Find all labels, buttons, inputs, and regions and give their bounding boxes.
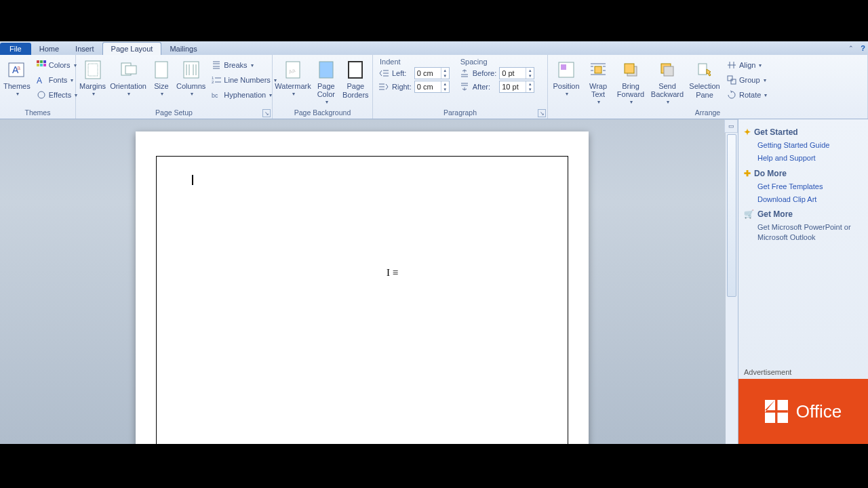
office-ad[interactable]: Office <box>738 379 868 444</box>
spacing-heading: Spacing <box>459 58 534 67</box>
get-templates-link[interactable]: Get Free Templates <box>744 180 863 193</box>
fonts-icon: A <box>36 75 47 85</box>
colors-icon <box>36 60 47 70</box>
svg-rect-39 <box>731 79 736 84</box>
columns-icon <box>180 59 202 81</box>
margins-icon <box>82 59 104 81</box>
tab-insert[interactable]: Insert <box>67 43 102 55</box>
breaks-icon <box>211 60 222 70</box>
svg-rect-34 <box>625 64 634 73</box>
paragraph-group-label: Paragraph <box>376 107 545 119</box>
ruler-toggle[interactable]: ▭ <box>724 119 738 133</box>
indent-right-icon <box>378 81 389 92</box>
svg-text:A: A <box>37 76 42 85</box>
columns-button[interactable]: Columns▾ <box>176 58 206 106</box>
wrap-text-button[interactable]: Wrap Text▾ <box>585 58 612 106</box>
selection-pane-button[interactable]: Selection Pane <box>688 58 722 106</box>
fonts-button[interactable]: AFonts▾ <box>34 73 79 87</box>
svg-rect-3 <box>37 60 39 63</box>
watermark-button[interactable]: AaWatermark▾ <box>275 58 311 106</box>
mouse-ibeam-cursor: I ≡ <box>387 267 398 279</box>
page-setup-launcher[interactable]: ↘ <box>262 109 271 117</box>
hyphenation-icon: bc <box>211 89 222 100</box>
position-button[interactable]: Position▾ <box>551 58 582 106</box>
page-setup-group-label: Page Setup <box>79 107 269 119</box>
position-icon <box>555 59 577 81</box>
ribbon: Aa Themes▾ Colors▾ AFonts▾ Effects▾ Them… <box>0 55 868 119</box>
themes-button[interactable]: Aa Themes▾ <box>3 58 31 106</box>
get-started-heading: ✦Get Started <box>744 127 863 137</box>
office-logo-icon <box>765 400 788 423</box>
tab-page-layout[interactable]: Page Layout <box>102 42 162 55</box>
page-color-icon <box>315 59 337 81</box>
spacing-after-input[interactable]: 10 pt▲▼ <box>499 81 534 93</box>
rotate-icon <box>726 89 737 100</box>
line-numbers-icon: 12 <box>211 75 222 85</box>
margins-button[interactable]: Margins▾ <box>79 58 106 106</box>
page-borders-icon <box>344 59 366 81</box>
wrap-text-icon <box>587 59 609 81</box>
orientation-button[interactable]: Orientation▾ <box>109 58 147 106</box>
scroll-thumb[interactable] <box>727 134 736 297</box>
page-color-button[interactable]: Page Color▾ <box>313 58 339 106</box>
orientation-icon <box>117 59 139 81</box>
workspace: I ≡ ▭ ✦Get Started Getting Started Guide… <box>0 119 868 444</box>
do-more-heading: ✚Do More <box>744 169 863 178</box>
document-area[interactable]: I ≡ ▭ <box>0 119 738 444</box>
group-button[interactable]: Group▾ <box>724 73 769 87</box>
indent-left-input[interactable]: 0 cm▲▼ <box>414 67 450 79</box>
indent-heading: Indent <box>378 58 450 67</box>
svg-rect-31 <box>561 64 566 70</box>
page-background-group-label: Page Background <box>275 107 370 119</box>
paragraph-launcher[interactable]: ↘ <box>538 109 546 117</box>
text-cursor <box>192 175 193 185</box>
colors-button[interactable]: Colors▾ <box>34 58 79 73</box>
page[interactable] <box>136 131 589 444</box>
watermark-icon: Aa <box>282 59 304 81</box>
svg-rect-8 <box>43 64 46 66</box>
ribbon-tabs: File Home Insert Page Layout Mailings ⌃ … <box>0 41 868 55</box>
indent-left-label: Left: <box>392 69 412 77</box>
bring-forward-icon <box>620 59 642 81</box>
effects-button[interactable]: Effects▾ <box>34 87 79 102</box>
minimize-ribbon-icon[interactable]: ⌃ <box>848 45 854 52</box>
help-icon[interactable]: ? <box>861 44 865 52</box>
svg-rect-5 <box>43 60 46 63</box>
download-clipart-link[interactable]: Download Clip Art <box>744 193 863 206</box>
page-borders-button[interactable]: Page Borders <box>342 58 370 106</box>
svg-rect-36 <box>664 66 673 76</box>
svg-rect-6 <box>37 64 39 66</box>
align-button[interactable]: Align▾ <box>724 58 769 73</box>
office-ad-text: Office <box>796 401 842 422</box>
send-backward-button[interactable]: Send Backward▾ <box>650 58 685 106</box>
svg-rect-14 <box>125 66 136 74</box>
svg-rect-7 <box>40 64 43 66</box>
indent-right-label: Right: <box>392 83 412 91</box>
get-more-heading: 🛒Get More <box>744 209 863 219</box>
page-border <box>156 156 568 444</box>
svg-rect-32 <box>595 66 601 73</box>
spacing-before-icon <box>459 68 470 79</box>
getting-started-pane: ✦Get Started Getting Started Guide Help … <box>738 119 868 444</box>
line-numbers-button[interactable]: 12Line Numbers▾ <box>209 73 278 87</box>
spacing-after-label: After: <box>473 83 496 91</box>
bring-forward-button[interactable]: Bring Forward▾ <box>614 58 647 106</box>
svg-rect-16 <box>184 62 199 78</box>
svg-text:bc: bc <box>212 92 218 99</box>
svg-point-10 <box>38 92 45 98</box>
svg-text:2: 2 <box>212 80 214 84</box>
help-support-link[interactable]: Help and Support <box>744 152 863 165</box>
size-button[interactable]: Size▾ <box>150 58 173 106</box>
tab-file[interactable]: File <box>0 43 31 55</box>
tab-home[interactable]: Home <box>31 43 67 55</box>
hyphenation-button[interactable]: bcHyphenation▾ <box>209 87 278 102</box>
rotate-button[interactable]: Rotate▾ <box>724 87 769 102</box>
getting-started-guide-link[interactable]: Getting Started Guide <box>744 139 863 152</box>
indent-right-input[interactable]: 0 cm▲▼ <box>414 81 450 93</box>
vertical-scrollbar[interactable] <box>726 133 738 444</box>
tab-mailings[interactable]: Mailings <box>161 43 205 55</box>
size-icon <box>151 59 172 81</box>
spacing-before-input[interactable]: 0 pt▲▼ <box>499 67 534 79</box>
breaks-button[interactable]: Breaks▾ <box>209 58 278 73</box>
align-icon <box>726 60 737 70</box>
